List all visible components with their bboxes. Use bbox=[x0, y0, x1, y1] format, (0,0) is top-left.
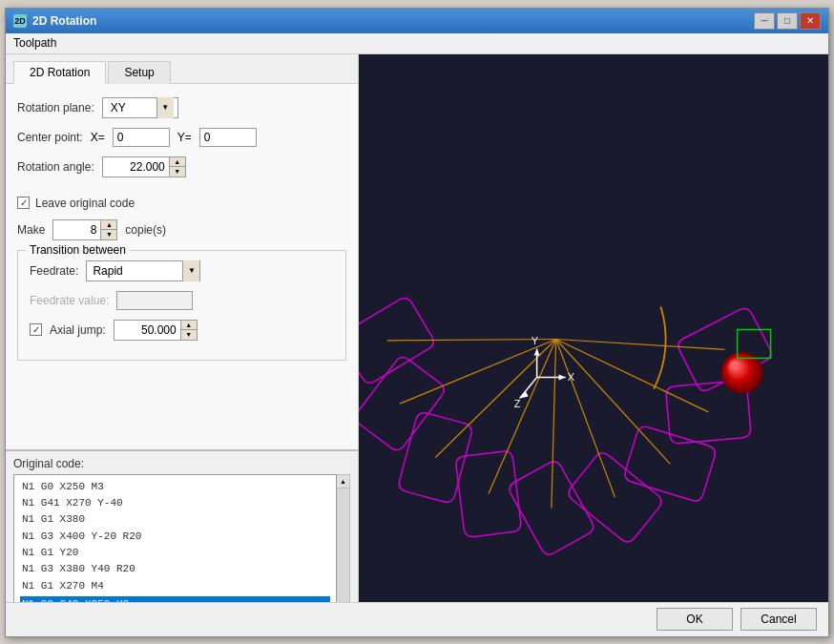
x-label: X= bbox=[91, 131, 105, 144]
bottom-panel: Original code: N1 G0 X250 M3N1 G41 X270 … bbox=[6, 449, 358, 602]
axial-jump-up[interactable]: ▲ bbox=[181, 321, 197, 330]
minimize-button[interactable]: ─ bbox=[754, 12, 775, 30]
title-bar: 2D 2D Rotation ─ □ ✕ bbox=[6, 9, 828, 33]
make-up[interactable]: ▲ bbox=[101, 220, 116, 230]
scroll-track[interactable] bbox=[337, 488, 349, 602]
rotation-plane-select[interactable]: XY ▼ bbox=[102, 97, 178, 118]
tabs-area: 2D Rotation Setup bbox=[6, 54, 358, 84]
content-area: 2D Rotation Setup Rotation plane: XY ▼ C… bbox=[6, 54, 828, 602]
tab-setup[interactable]: Setup bbox=[108, 61, 170, 84]
right-panel bbox=[359, 54, 828, 602]
make-copies-row: Make ▲ ▼ copie(s) bbox=[17, 219, 346, 240]
axial-jump-row: ✓ Axial jump: ▲ ▼ bbox=[30, 320, 334, 341]
axial-jump-checkbox[interactable]: ✓ bbox=[30, 323, 42, 336]
code-area-wrap: N1 G0 X250 M3N1 G41 X270 Y-40N1 G1 X380N… bbox=[13, 474, 350, 602]
menu-toolpath[interactable]: Toolpath bbox=[13, 36, 56, 50]
feedrate-select[interactable]: Rapid ▼ bbox=[86, 260, 200, 281]
close-button[interactable]: ✕ bbox=[800, 12, 821, 30]
rotation-angle-down[interactable]: ▼ bbox=[170, 167, 185, 177]
code-area[interactable]: N1 G0 X250 M3N1 G41 X270 Y-40N1 G1 X380N… bbox=[13, 474, 337, 602]
window-controls: ─ □ ✕ bbox=[754, 12, 821, 30]
feedrate-row: Feedrate: Rapid ▼ bbox=[30, 260, 334, 281]
ok-button[interactable]: OK bbox=[657, 608, 733, 631]
transition-label: Transition between bbox=[26, 243, 130, 257]
rotation-angle-label: Rotation angle: bbox=[17, 160, 94, 174]
make-input[interactable] bbox=[52, 219, 100, 240]
feedrate-value: Rapid bbox=[87, 262, 182, 280]
main-window: 2D 2D Rotation ─ □ ✕ Toolpath 2D Rotatio… bbox=[5, 8, 829, 637]
feedrate-value-input[interactable] bbox=[116, 291, 193, 310]
make-label: Make bbox=[17, 223, 45, 237]
feedrate-arrow[interactable]: ▼ bbox=[182, 260, 199, 281]
copies-label: copie(s) bbox=[125, 223, 166, 237]
axial-jump-label: Axial jump: bbox=[50, 323, 106, 337]
rotation-plane-arrow[interactable]: ▼ bbox=[156, 97, 174, 118]
scroll-up-btn[interactable]: ▲ bbox=[337, 475, 349, 488]
footer: OK Cancel bbox=[6, 602, 828, 636]
rotation-angle-row: Rotation angle: ▲ ▼ bbox=[17, 156, 346, 177]
rotation-angle-up[interactable]: ▲ bbox=[170, 157, 185, 167]
y-label: Y= bbox=[177, 131, 192, 144]
transition-group: Transition between Feedrate: Rapid ▼ Fee… bbox=[17, 250, 346, 361]
maximize-button[interactable]: □ bbox=[777, 12, 798, 30]
make-arrows: ▲ ▼ bbox=[100, 219, 117, 240]
axial-jump-down[interactable]: ▼ bbox=[181, 330, 197, 340]
vertical-scrollbar[interactable]: ▲ ▼ bbox=[337, 474, 350, 602]
title-bar-left: 2D 2D Rotation bbox=[13, 14, 96, 28]
leave-original-row: ✓ Leave original code bbox=[17, 197, 346, 210]
rotation-plane-row: Rotation plane: XY ▼ bbox=[17, 97, 346, 118]
coord-group: X= Y= bbox=[91, 128, 257, 147]
rotation-plane-value: XY bbox=[107, 99, 130, 116]
leave-original-checkbox[interactable]: ✓ bbox=[17, 197, 30, 209]
feedrate-value-row: Feedrate value: bbox=[30, 291, 334, 310]
make-down[interactable]: ▼ bbox=[101, 230, 116, 239]
make-spin: ▲ ▼ bbox=[52, 219, 117, 240]
feedrate-label: Feedrate: bbox=[30, 264, 78, 278]
left-panel: 2D Rotation Setup Rotation plane: XY ▼ C… bbox=[6, 54, 359, 602]
axial-jump-arrows: ▲ ▼ bbox=[180, 320, 198, 341]
axial-jump-input[interactable] bbox=[114, 320, 180, 341]
x-input[interactable] bbox=[113, 128, 170, 147]
window-title: 2D Rotation bbox=[32, 14, 96, 28]
feedrate-value-label: Feedrate value: bbox=[30, 294, 109, 307]
menu-bar: Toolpath bbox=[6, 33, 828, 54]
tab-content: Rotation plane: XY ▼ Center point: X= Y= bbox=[6, 84, 358, 449]
center-point-label: Center point: bbox=[17, 131, 83, 144]
cancel-button[interactable]: Cancel bbox=[740, 608, 817, 631]
center-point-row: Center point: X= Y= bbox=[17, 128, 346, 147]
rotation-plane-label: Rotation plane: bbox=[17, 101, 94, 114]
rotation-angle-input[interactable] bbox=[102, 156, 169, 177]
app-icon: 2D bbox=[13, 14, 27, 28]
rotation-angle-spin: ▲ ▼ bbox=[102, 156, 186, 177]
code-label: Original code: bbox=[13, 457, 350, 470]
3d-canvas[interactable] bbox=[359, 54, 828, 602]
axial-jump-spin: ▲ ▼ bbox=[114, 320, 198, 341]
y-input[interactable] bbox=[199, 128, 257, 147]
leave-original-label: Leave original code bbox=[35, 197, 135, 210]
tab-2d-rotation[interactable]: 2D Rotation bbox=[13, 61, 106, 84]
rotation-angle-arrows: ▲ ▼ bbox=[169, 156, 186, 177]
